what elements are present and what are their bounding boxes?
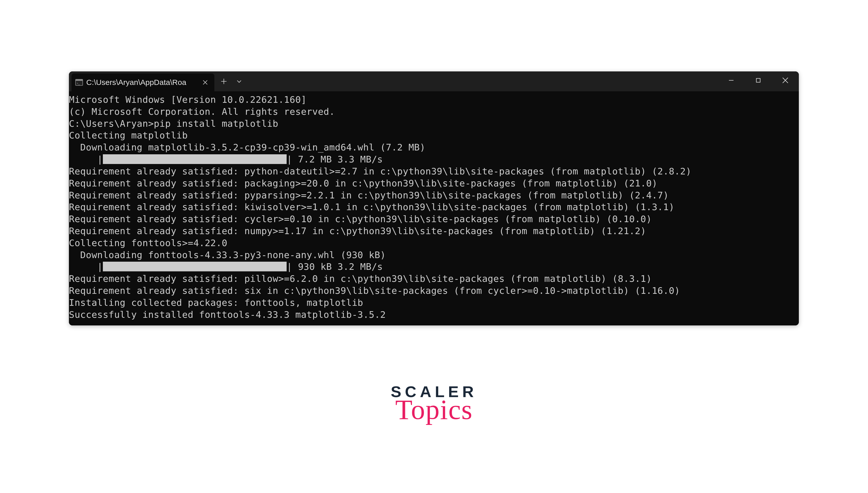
terminal-line: Successfully installed fonttools-4.33.3 … — [69, 309, 799, 321]
progress-line: || 930 kB 3.2 MB/s — [69, 261, 799, 273]
terminal-window: >_ C:\Users\Aryan\AppData\Roa — [69, 71, 799, 325]
terminal-line: Requirement already satisfied: cycler>=0… — [69, 213, 799, 225]
branding-line2: Topics — [391, 393, 477, 426]
terminal-line: Downloading fonttools-4.33.3-py3-none-an… — [69, 249, 799, 261]
progress-trailing: | 930 kB 3.2 MB/s — [287, 261, 383, 272]
title-bar: >_ C:\Users\Aryan\AppData\Roa — [69, 71, 799, 91]
terminal-line: Downloading matplotlib-3.5.2-cp39-cp39-w… — [69, 142, 799, 153]
branding-logo: SCALER Topics — [391, 383, 477, 426]
terminal-line: Requirement already satisfied: six in c:… — [69, 285, 799, 297]
progress-trailing: | 7.2 MB 3.3 MB/s — [287, 154, 383, 165]
terminal-line: C:\Users\Aryan>pip install matplotlib — [69, 118, 799, 130]
terminal-line: (c) Microsoft Corporation. All rights re… — [69, 106, 799, 118]
terminal-line: Microsoft Windows [Version 10.0.22621.16… — [69, 94, 799, 106]
progress-line: || 7.2 MB 3.3 MB/s — [69, 153, 799, 166]
svg-text:>_: >_ — [77, 82, 80, 85]
close-window-button[interactable] — [772, 71, 799, 89]
minimize-button[interactable] — [718, 71, 745, 89]
window-controls — [718, 71, 799, 89]
new-tab-button[interactable] — [217, 74, 231, 88]
terminal-output[interactable]: Microsoft Windows [Version 10.0.22621.16… — [69, 91, 799, 325]
svg-rect-1 — [76, 79, 83, 81]
progress-leading: | — [69, 154, 103, 165]
terminal-line: Collecting fonttools>=4.22.0 — [69, 237, 799, 249]
tab-close-button[interactable] — [201, 78, 210, 87]
terminal-tab[interactable]: >_ C:\Users\Aryan\AppData\Roa — [71, 73, 214, 91]
terminal-line: Installing collected packages: fonttools… — [69, 297, 799, 309]
progress-bar — [103, 262, 287, 271]
tab-title: C:\Users\Aryan\AppData\Roa — [86, 78, 198, 87]
tab-dropdown-button[interactable] — [232, 74, 246, 88]
terminal-line: Requirement already satisfied: python-da… — [69, 166, 799, 177]
terminal-line: Requirement already satisfied: kiwisolve… — [69, 201, 799, 213]
cmd-icon: >_ — [75, 78, 83, 86]
terminal-line: Requirement already satisfied: pillow>=6… — [69, 273, 799, 285]
terminal-line: Requirement already satisfied: packaging… — [69, 177, 799, 190]
terminal-line: Requirement already satisfied: pyparsing… — [69, 190, 799, 201]
svg-rect-3 — [757, 79, 760, 82]
terminal-line: Collecting matplotlib — [69, 130, 799, 142]
maximize-button[interactable] — [745, 71, 772, 89]
terminal-line: Requirement already satisfied: numpy>=1.… — [69, 225, 799, 237]
titlebar-tab-actions — [217, 74, 246, 88]
progress-leading: | — [69, 261, 103, 272]
progress-bar — [103, 154, 287, 164]
